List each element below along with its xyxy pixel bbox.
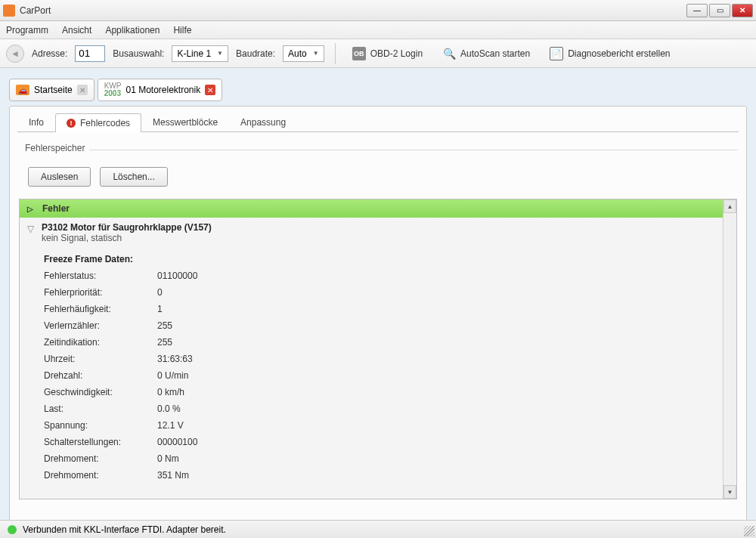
menu-applikationen[interactable]: Applikationen <box>105 25 160 36</box>
ff-key: Zeitindikation: <box>44 337 157 348</box>
ff-value: 0 Nm <box>157 453 179 464</box>
ff-key: Geschwindigkeit: <box>44 387 157 397</box>
freeze-frame-row: Fehlerhäufigkeit:1 <box>44 301 715 317</box>
error-header[interactable]: ▷ Fehler <box>20 199 723 218</box>
ff-key: Drehmoment: <box>44 453 157 464</box>
scrollbar[interactable]: ▲ ▼ <box>723 199 736 499</box>
window-title: CarPort <box>20 5 686 16</box>
freeze-frame-row: Uhrzeit:31:63:63 <box>44 351 715 367</box>
close-tab-icon[interactable]: ✕ <box>205 85 215 95</box>
obd2-label: OBD-2 Login <box>370 48 423 59</box>
ff-key: Spannung: <box>44 420 157 431</box>
ff-key: Schalterstellungen: <box>44 437 157 447</box>
report-icon: 📄 <box>550 47 563 60</box>
scroll-up-icon[interactable]: ▲ <box>723 199 736 213</box>
subtab-fehlercodes[interactable]: !Fehlercodes <box>55 113 141 132</box>
menu-ansicht[interactable]: Ansicht <box>62 25 91 36</box>
subtabs: Info !Fehlercodes Messwertblöcke Anpassu… <box>17 113 739 132</box>
freeze-frame-row: Drehzahl:0 U/min <box>44 367 715 384</box>
ff-key: Fehlerpriorität: <box>44 287 157 298</box>
back-button[interactable]: ◄ <box>6 45 24 63</box>
freeze-frame-row: Drehmoment:0 Nm <box>44 450 715 467</box>
triangle-right-icon: ▷ <box>27 205 33 213</box>
ff-value: 255 <box>157 337 172 348</box>
fieldset-label: Fehlerspeicher <box>25 143 85 153</box>
baudrate-select[interactable]: Auto▼ <box>283 45 324 62</box>
busauswahl-label: Busauswahl: <box>113 48 164 59</box>
report-button[interactable]: 📄Diagnosebericht erstellen <box>544 44 676 63</box>
menu-programm[interactable]: Programm <box>6 25 48 36</box>
main-panel: Info !Fehlercodes Messwertblöcke Anpassu… <box>9 106 747 535</box>
resize-grip-icon[interactable] <box>744 526 754 536</box>
close-button[interactable]: ✕ <box>732 4 753 17</box>
ff-key: Last: <box>44 404 157 414</box>
maximize-button[interactable]: ▭ <box>709 4 730 17</box>
minimize-button[interactable]: — <box>686 4 708 17</box>
adresse-input[interactable] <box>75 45 105 62</box>
ff-value: 0 km/h <box>157 387 184 397</box>
obd2-login-button[interactable]: OBOBD-2 Login <box>346 44 429 63</box>
autoscan-label: AutoScan starten <box>460 48 530 59</box>
freeze-frame-row: Schalterstellungen:00000100 <box>44 434 715 450</box>
tab-motorelektronik[interactable]: KWP2003 01 Motorelektronik ✕ <box>98 79 223 101</box>
car-icon: 🚗 <box>16 85 29 95</box>
scroll-down-icon[interactable]: ▼ <box>723 485 736 499</box>
subtab-fehlercodes-label: Fehlercodes <box>80 118 130 128</box>
ff-value: 00000100 <box>157 437 197 447</box>
tab-motorelektronik-label: 01 Motorelektronik <box>125 85 200 95</box>
toolbar: ◄ Adresse: Busauswahl: K-Line 1▼ Baudrat… <box>0 39 756 68</box>
obd-icon: OB <box>352 47 366 60</box>
freeze-frame-row: Spannung:12.1 V <box>44 417 715 434</box>
baudrate-label: Baudrate: <box>236 48 275 59</box>
chevron-down-icon: ▼ <box>217 50 223 57</box>
connection-status-icon <box>8 525 17 534</box>
subtab-anpassung[interactable]: Anpassung <box>229 113 297 131</box>
collapse-icon[interactable]: ▽ <box>27 224 34 234</box>
error-title: P3102 Motor für Saugrohrklappe (V157) <box>42 222 715 233</box>
ff-key: Verlernzähler: <box>44 320 157 331</box>
statusbar: Verbunden mit KKL-Interface FTDI. Adapte… <box>0 520 756 538</box>
error-badge-icon: ! <box>67 119 76 128</box>
ff-value: 0 U/min <box>157 370 188 381</box>
error-list: ▷ Fehler ▽ P3102 Motor für Saugrohrklapp… <box>19 199 737 499</box>
loeschen-button[interactable]: Löschen... <box>100 167 167 187</box>
busauswahl-value: K-Line 1 <box>177 48 211 59</box>
freeze-frame-row: Fehlerpriorität:0 <box>44 284 715 301</box>
ff-value: 0.0 % <box>157 404 181 414</box>
ff-key: Fehlerstatus: <box>44 271 157 281</box>
freeze-frame-row: Fehlerstatus:01100000 <box>44 267 715 284</box>
ff-key: Uhrzeit: <box>44 354 157 364</box>
tab-startseite-label: Startseite <box>34 85 73 95</box>
status-text: Verbunden mit KKL-Interface FTDI. Adapte… <box>23 524 226 535</box>
magnifier-icon: 🔍 <box>442 47 456 60</box>
baudrate-value: Auto <box>288 48 307 59</box>
ff-key: Drehmoment: <box>44 470 157 481</box>
close-tab-icon[interactable]: ✕ <box>77 85 88 95</box>
ff-value: 12.1 V <box>157 420 184 431</box>
separator <box>335 43 336 64</box>
autoscan-button[interactable]: 🔍AutoScan starten <box>436 44 536 63</box>
auslesen-button[interactable]: Auslesen <box>28 167 91 187</box>
app-icon <box>3 5 15 17</box>
freeze-frame-row: Last:0.0 % <box>44 400 715 417</box>
tab-startseite[interactable]: 🚗 Startseite ✕ <box>9 79 94 101</box>
freeze-frame-row: Zeitindikation:255 <box>44 334 715 351</box>
error-header-label: Fehler <box>42 203 70 214</box>
fehlerspeicher-fieldset: Fehlerspeicher Auslesen Löschen... ▷ Feh… <box>19 143 737 499</box>
report-label: Diagnosebericht erstellen <box>568 48 670 59</box>
ff-value: 0 <box>157 287 163 298</box>
scroll-track[interactable] <box>723 213 736 485</box>
subtab-messwertbloecke[interactable]: Messwertblöcke <box>141 113 229 131</box>
document-tabs: 🚗 Startseite ✕ KWP2003 01 Motorelektroni… <box>9 76 747 101</box>
busauswahl-select[interactable]: K-Line 1▼ <box>172 45 228 62</box>
ff-value: 1 <box>157 304 163 314</box>
error-subtitle: kein Signal, statisch <box>42 233 715 243</box>
freeze-frame-row: Verlernzähler:255 <box>44 317 715 334</box>
ff-key: Drehzahl: <box>44 370 157 381</box>
subtab-info[interactable]: Info <box>17 113 55 131</box>
ff-value: 01100000 <box>157 271 197 281</box>
chevron-down-icon: ▼ <box>313 50 319 57</box>
ff-value: 31:63:63 <box>157 354 193 364</box>
menubar: Programm Ansicht Applikationen Hilfe <box>0 21 756 39</box>
menu-hilfe[interactable]: Hilfe <box>173 25 191 36</box>
